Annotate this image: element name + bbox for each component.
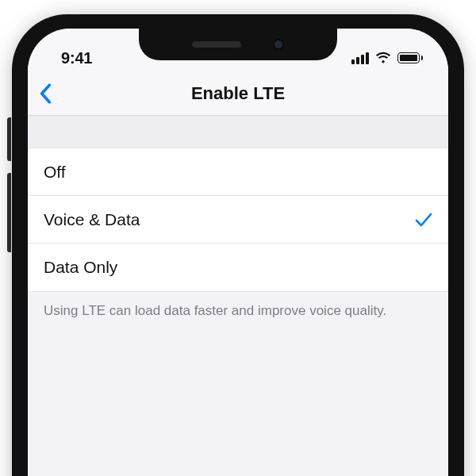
speaker-grille (192, 41, 241, 48)
option-data-only[interactable]: Data Only (28, 244, 448, 291)
device-notch (139, 29, 337, 60)
options-list: Off Voice & Data Data Only (28, 148, 448, 292)
wifi-icon (374, 52, 392, 64)
back-button[interactable] (39, 83, 52, 104)
battery-icon (397, 52, 423, 63)
option-label: Voice & Data (44, 210, 140, 229)
chevron-left-icon (39, 83, 52, 104)
navigation-bar: Enable LTE (28, 71, 448, 116)
section-spacer (28, 116, 448, 148)
cellular-signal-icon (351, 52, 369, 64)
status-icons (351, 52, 423, 64)
front-camera (273, 39, 284, 50)
option-voice-and-data[interactable]: Voice & Data (28, 196, 448, 244)
option-off[interactable]: Off (28, 148, 448, 196)
phone-frame: 9:41 (12, 14, 464, 476)
status-time: 9:41 (61, 49, 92, 67)
checkmark-icon (415, 212, 432, 228)
page-title: Enable LTE (28, 83, 448, 104)
section-footer-note: Using LTE can load data faster and impro… (28, 292, 448, 330)
option-label: Data Only (44, 258, 117, 277)
option-label: Off (44, 163, 66, 182)
phone-screen: 9:41 (28, 29, 448, 476)
